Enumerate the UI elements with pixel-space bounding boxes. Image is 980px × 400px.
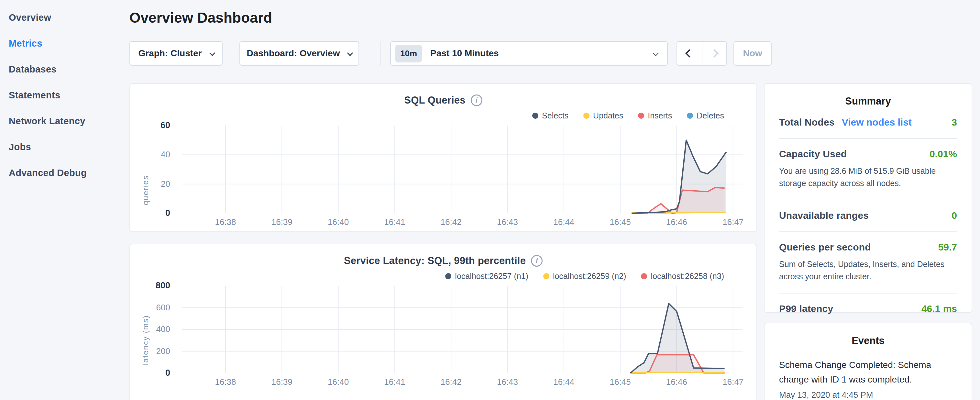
time-range-badge: 10m [395, 45, 422, 62]
chevron-down-icon [653, 50, 659, 56]
service-latency-plot: localhost:26257 (n1)localhost:26259 (n2)… [130, 244, 756, 400]
events-title: Events [779, 323, 957, 347]
summary-row: Capacity Used0.01% [779, 148, 957, 159]
summary-row-description: Sum of Selects, Updates, Inserts, and De… [779, 258, 957, 282]
time-forward-button[interactable] [702, 42, 726, 65]
summary-section: Capacity Used0.01%You are using 28.6 MiB… [779, 138, 957, 200]
sidebar-item-advanced-debug[interactable]: Advanced Debug [9, 160, 129, 186]
summary-row: Unavailable ranges0 [779, 210, 957, 221]
summary-row-description: You are using 28.6 MiB of 515.9 GiB usab… [779, 165, 957, 189]
controls-row: Graph: Cluster Dashboard: Overview 10m P… [129, 41, 772, 66]
sql-queries-chart-card: SQL Queries i SelectsUpdatesInsertsDelet… [129, 83, 757, 232]
event-timestamp: May 13, 2020 at 4:45 PM [779, 390, 957, 400]
summary-row-label: Capacity Used [779, 148, 847, 159]
sidebar: OverviewMetricsDatabasesStatementsNetwor… [0, 0, 129, 186]
summary-row-value: 59.7 [938, 242, 957, 253]
summary-row-label: Total Nodes [779, 117, 835, 128]
chevron-down-icon [209, 50, 215, 56]
summary-section: Queries per second59.7Sum of Selects, Up… [779, 231, 957, 293]
view-nodes-link[interactable]: View nodes list [842, 117, 912, 128]
sidebar-item-overview[interactable]: Overview [9, 5, 129, 30]
now-button[interactable]: Now [733, 41, 772, 66]
time-step-buttons [676, 41, 727, 66]
summary-row-label: Unavailable ranges [779, 210, 869, 221]
dashboard-dropdown-label: Dashboard: Overview [247, 48, 340, 59]
events-list: Schema Change Completed: Schema change w… [779, 358, 957, 400]
plot-area-svg [130, 244, 756, 400]
summary-row-value: 0.01% [929, 148, 957, 159]
event-item: Schema Change Completed: Schema change w… [779, 358, 957, 400]
summary-section: P99 latency46.1 ms [779, 293, 957, 325]
plot-area-svg [130, 84, 756, 231]
time-range-selector[interactable]: 10m Past 10 Minutes [390, 41, 668, 66]
dashboard-dropdown[interactable]: Dashboard: Overview [239, 41, 359, 66]
summary-section: Total NodesView nodes list3 [779, 107, 957, 138]
sidebar-item-network-latency[interactable]: Network Latency [9, 108, 129, 134]
summary-rows: Total NodesView nodes list3Capacity Used… [779, 107, 957, 325]
summary-row-value: 46.1 ms [921, 303, 957, 314]
sidebar-item-databases[interactable]: Databases [9, 56, 129, 82]
sidebar-item-statements[interactable]: Statements [9, 82, 129, 108]
summary-row-label: Queries per second [779, 242, 871, 253]
chevron-left-icon [685, 49, 694, 57]
event-text: Schema Change Completed: Schema change w… [779, 358, 934, 387]
summary-row: P99 latency46.1 ms [779, 303, 957, 314]
controls-divider [380, 41, 381, 66]
now-button-label: Now [743, 48, 762, 59]
summary-section: Unavailable ranges0 [779, 200, 957, 231]
summary-row-label: P99 latency [779, 303, 833, 314]
chevron-right-icon [710, 49, 718, 57]
service-latency-chart-card: Service Latency: SQL, 99th percentile i … [129, 244, 757, 400]
graph-dropdown[interactable]: Graph: Cluster [129, 41, 223, 66]
sidebar-item-metrics[interactable]: Metrics [9, 30, 129, 56]
graph-dropdown-label: Graph: Cluster [138, 48, 202, 59]
time-range-label: Past 10 Minutes [430, 48, 653, 59]
summary-title: Summary [779, 84, 957, 107]
summary-row: Total NodesView nodes list3 [779, 117, 957, 128]
sql-queries-plot: SelectsUpdatesInsertsDeletes020406016:38… [130, 84, 756, 231]
page-title: Overview Dashboard [129, 10, 272, 26]
sidebar-item-jobs[interactable]: Jobs [9, 134, 129, 160]
summary-row-value: 3 [951, 117, 957, 128]
time-back-button[interactable] [677, 42, 702, 65]
chevron-down-icon [347, 50, 353, 56]
summary-row-value: 0 [951, 210, 957, 221]
events-panel: Events Schema Change Completed: Schema c… [764, 323, 972, 400]
summary-panel: Summary Total NodesView nodes list3Capac… [764, 83, 972, 313]
summary-row: Queries per second59.7 [779, 242, 957, 253]
